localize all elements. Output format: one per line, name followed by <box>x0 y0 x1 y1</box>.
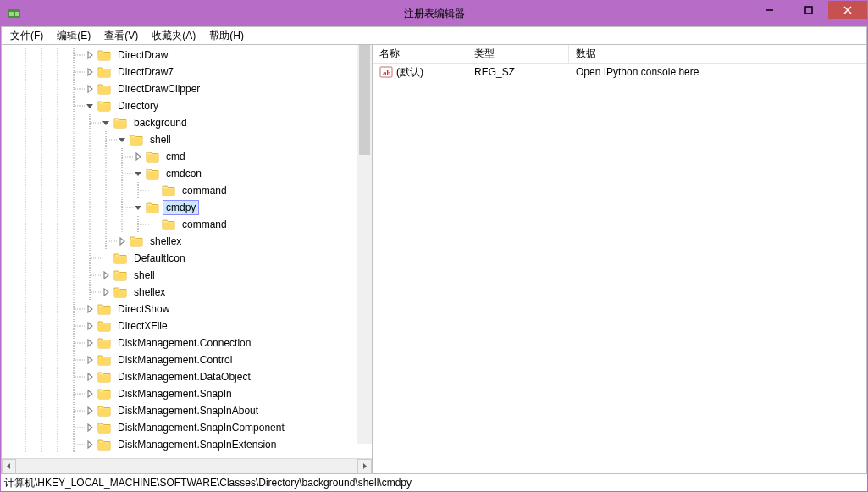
expand-icon[interactable] <box>86 85 95 94</box>
expand-icon[interactable] <box>86 68 95 77</box>
client-area: DirectDrawDirectDraw7DirectDrawClipperDi… <box>1 45 867 473</box>
tree-item[interactable]: DiskManagement.SnapInExtension <box>2 436 372 453</box>
menu-view[interactable]: 查看(V) <box>97 28 145 44</box>
tree-item[interactable]: shell <box>2 131 372 148</box>
menu-edit[interactable]: 编辑(E) <box>50 28 97 44</box>
tree-item[interactable]: command <box>2 216 372 233</box>
folder-icon <box>113 286 127 298</box>
svg-marker-184 <box>88 407 92 414</box>
tree-item-label[interactable]: shell <box>130 268 158 283</box>
tree-item[interactable]: DiskManagement.Connection <box>2 334 372 351</box>
titlebar[interactable]: 注册表编辑器 <box>1 1 867 26</box>
expand-icon[interactable] <box>86 423 95 433</box>
expand-icon[interactable] <box>86 305 95 314</box>
tree-item-label[interactable]: DefaultIcon <box>130 251 189 266</box>
svg-rect-4 <box>15 14 19 16</box>
tree-item-label[interactable]: cmd <box>163 149 189 164</box>
tree-item-label[interactable]: DiskManagement.SnapInAbout <box>114 403 262 418</box>
tree-item-label[interactable]: DirectDrawClipper <box>114 81 203 97</box>
tree-item-label[interactable]: cmdcon <box>163 166 205 181</box>
vertical-scrollbar-thumb[interactable] <box>359 45 370 155</box>
close-button[interactable] <box>828 1 867 19</box>
tree-item-label[interactable]: background <box>130 115 191 130</box>
tree-item[interactable]: DefaultIcon <box>2 250 372 267</box>
expand-icon[interactable] <box>102 271 111 280</box>
col-type[interactable]: 类型 <box>467 45 569 63</box>
tree-item-label[interactable]: command <box>179 183 230 198</box>
expand-icon[interactable] <box>86 440 95 450</box>
tree-item[interactable]: DirectShow <box>2 301 372 318</box>
tree-item[interactable]: DirectDraw7 <box>2 64 372 80</box>
expand-icon[interactable] <box>86 406 95 416</box>
tree-item-label[interactable]: shell <box>147 132 174 147</box>
col-name[interactable]: 名称 <box>373 45 467 63</box>
expand-icon[interactable] <box>86 339 95 348</box>
tree-item-label[interactable]: shellex <box>147 234 185 249</box>
tree-item-label[interactable]: DirectDraw7 <box>114 64 177 80</box>
tree-item-label[interactable]: command <box>179 217 230 232</box>
tree-item[interactable]: cmd <box>2 148 372 165</box>
collapse-icon[interactable] <box>134 203 143 213</box>
collapse-icon[interactable] <box>134 169 143 179</box>
tree-item-label[interactable]: DiskManagement.SnapInExtension <box>114 437 279 452</box>
tree-item-label[interactable]: DiskManagement.DataObject <box>114 369 254 384</box>
expand-icon[interactable] <box>118 237 127 246</box>
tree-item[interactable]: DiskManagement.SnapInAbout <box>2 402 372 419</box>
expand-icon[interactable] <box>102 288 111 297</box>
menu-favorites[interactable]: 收藏夹(A) <box>145 28 202 44</box>
tree-scroll-area[interactable]: DirectDrawDirectDraw7DirectDrawClipperDi… <box>2 45 372 458</box>
tree-item-label[interactable]: DiskManagement.Control <box>114 352 235 368</box>
col-data[interactable]: 数据 <box>569 45 866 63</box>
tree-item-label[interactable]: DirectShow <box>114 301 173 317</box>
folder-icon <box>97 422 111 434</box>
tree-item-label[interactable]: cmdpy <box>163 200 199 215</box>
horizontal-scrollbar[interactable] <box>2 458 372 473</box>
tree-item-label[interactable]: DirectXFile <box>114 318 171 334</box>
scroll-left-button[interactable] <box>2 459 16 473</box>
tree-item[interactable]: DiskManagement.SnapInComponent <box>2 419 372 436</box>
tree-item-label[interactable]: DirectDraw <box>114 47 171 63</box>
registry-tree: DirectDrawDirectDraw7DirectDrawClipperDi… <box>2 45 372 455</box>
list-row[interactable]: ab(默认)REG_SZOpen IPython console here <box>373 64 866 80</box>
tree-item[interactable]: DirectXFile <box>2 318 372 334</box>
tree-item[interactable]: shell <box>2 267 372 284</box>
collapse-icon[interactable] <box>86 102 95 111</box>
tree-item[interactable]: command <box>2 182 372 199</box>
tree-item[interactable]: DirectDrawClipper <box>2 80 372 97</box>
expand-icon[interactable] <box>86 356 95 365</box>
tree-item[interactable]: cmdpy <box>2 199 372 216</box>
minimize-button[interactable] <box>750 1 789 19</box>
tree-item-label[interactable]: DiskManagement.SnapIn <box>114 386 235 401</box>
svg-marker-163 <box>88 357 92 363</box>
menu-file[interactable]: 文件(F) <box>3 28 50 44</box>
expand-icon[interactable] <box>86 322 95 331</box>
tree-item-label[interactable]: DiskManagement.SnapInComponent <box>114 420 288 435</box>
tree-item[interactable]: shellex <box>2 284 372 301</box>
menubar: 文件(F) 编辑(E) 查看(V) 收藏夹(A) 帮助(H) <box>1 26 867 45</box>
tree-item[interactable]: DiskManagement.DataObject <box>2 368 372 385</box>
tree-item-label[interactable]: shellex <box>130 285 169 300</box>
menu-help[interactable]: 帮助(H) <box>202 28 251 44</box>
svg-marker-36 <box>86 104 93 108</box>
tree-item[interactable]: DiskManagement.SnapIn <box>2 385 372 402</box>
collapse-icon[interactable] <box>102 119 111 128</box>
expand-icon[interactable] <box>134 152 143 162</box>
tree-item[interactable]: cmdcon <box>2 165 372 182</box>
expand-icon[interactable] <box>86 373 95 382</box>
vertical-scrollbar[interactable] <box>357 45 372 444</box>
collapse-icon[interactable] <box>118 135 127 145</box>
tree-item[interactable]: Directory <box>2 97 372 114</box>
svg-rect-6 <box>805 7 812 14</box>
tree-item[interactable]: DiskManagement.Control <box>2 351 372 368</box>
expand-icon[interactable] <box>86 390 95 399</box>
tree-item[interactable]: shellex <box>2 233 372 250</box>
tree-item-label[interactable]: DiskManagement.Connection <box>114 335 254 351</box>
tree-item[interactable]: DirectDraw <box>2 47 372 64</box>
expand-icon[interactable] <box>86 51 95 60</box>
maximize-button[interactable] <box>789 1 828 19</box>
tree-pane: DirectDrawDirectDraw7DirectDrawClipperDi… <box>2 45 373 473</box>
tree-item-label[interactable]: Directory <box>114 98 162 113</box>
scroll-right-button[interactable] <box>357 459 372 473</box>
window-controls <box>750 1 867 26</box>
tree-item[interactable]: background <box>2 114 372 131</box>
